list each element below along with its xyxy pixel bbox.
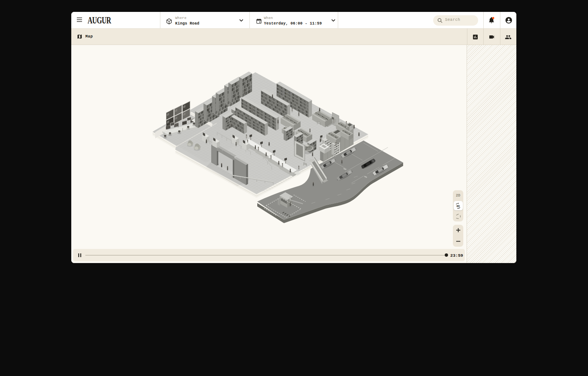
svg-text:3D: 3D	[456, 204, 460, 207]
